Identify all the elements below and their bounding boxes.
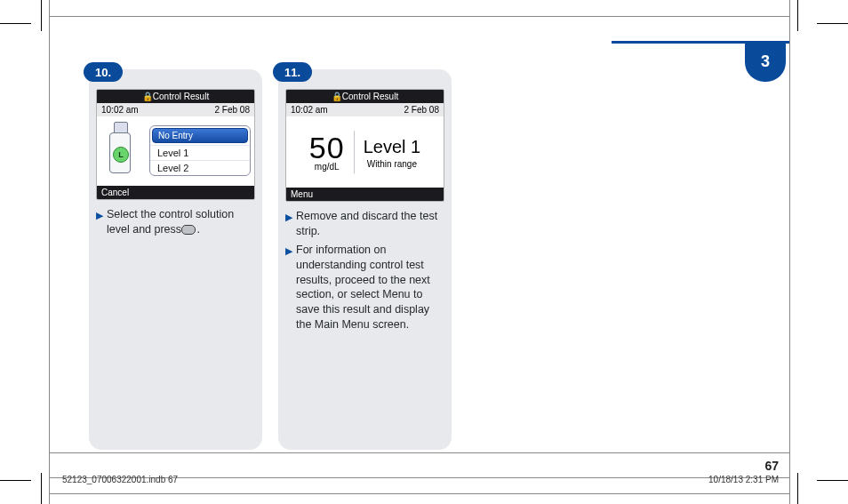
bullet-arrow-icon: ▶ — [285, 211, 292, 239]
level-menu-option-2: Level 2 — [150, 160, 250, 175]
step-badge: 10. — [84, 62, 123, 82]
crop-mark — [41, 0, 42, 31]
chapter-tab: 3 — [745, 41, 786, 82]
instruction-item: ▶ For information on understanding contr… — [285, 243, 444, 332]
screen-time: 10:02 am — [291, 105, 328, 115]
screen-titlebar: 🔒Control Result — [286, 90, 444, 103]
screen-date: 2 Feb 08 — [404, 105, 439, 115]
instruction-list: ▶ Remove and discard the test strip. ▶ F… — [285, 209, 444, 332]
instruction-item: ▶ Remove and discard the test strip. — [285, 209, 444, 239]
result-level: Level 1 — [364, 137, 421, 156]
result-unit: mg/dL — [309, 163, 345, 172]
bullet-arrow-icon: ▶ — [96, 209, 103, 237]
crop-mark — [817, 23, 848, 24]
footer-file: 52123_07006322001.indb 67 — [62, 475, 178, 484]
frame-line — [49, 452, 789, 453]
instruction-item: ▶ Select the control solution level and … — [96, 207, 255, 237]
screen-statusbar: 10:02 am 2 Feb 08 — [97, 103, 254, 116]
screen-softkey-left: Cancel — [97, 186, 254, 199]
screen-body: L No Entry Level 1 Level 2 — [97, 116, 254, 186]
crop-mark — [41, 473, 42, 504]
frame-line — [789, 0, 790, 504]
footer-datetime: 10/18/13 2:31 PM — [708, 475, 779, 484]
crop-mark — [0, 480, 31, 481]
step-card-10: 10. 🔒Control Result 10:02 am 2 Feb 08 L … — [89, 69, 262, 450]
screen-softkey-left: Menu — [286, 188, 444, 201]
crop-mark — [0, 23, 31, 24]
frame-line — [49, 493, 789, 494]
ok-button-icon — [181, 225, 196, 235]
page-number: 67 — [764, 459, 779, 473]
instruction-text-span: Select the control solution level and pr… — [107, 208, 234, 236]
result-level-block: Level 1 Within range — [364, 135, 421, 170]
result-value-block: 50 mg/dL — [309, 132, 345, 172]
device-screen: 🔒Control Result 10:02 am 2 Feb 08 50 mg/… — [285, 89, 444, 202]
bottle-letter: L — [113, 147, 129, 163]
step-badge: 11. — [273, 62, 312, 82]
level-menu-option-1: Level 1 — [150, 145, 250, 160]
device-screen: 🔒Control Result 10:02 am 2 Feb 08 L No E… — [96, 89, 255, 200]
result-value: 50 — [309, 131, 345, 164]
instruction-text: Remove and discard the test strip. — [296, 209, 444, 239]
bullet-arrow-icon: ▶ — [285, 244, 292, 332]
lock-icon: 🔒 — [332, 92, 342, 101]
print-footer: 52123_07006322001.indb 67 10/18/13 2:31 … — [62, 475, 779, 484]
screen-body: 50 mg/dL Level 1 Within range — [286, 116, 444, 188]
screen-titlebar: 🔒Control Result — [97, 90, 254, 103]
instruction-text: Select the control solution level and pr… — [107, 207, 255, 237]
lock-icon: 🔒 — [142, 92, 153, 101]
control-solution-bottle-icon: L — [108, 122, 132, 173]
instruction-list: ▶ Select the control solution level and … — [96, 207, 255, 237]
screen-date: 2 Feb 08 — [215, 105, 250, 115]
step-cards: 10. 🔒Control Result 10:02 am 2 Feb 08 L … — [89, 69, 452, 450]
page: 3 10. 🔒Control Result 10:02 am 2 Feb 08 … — [0, 0, 848, 504]
screen-title: Control Result — [153, 92, 209, 101]
screen-time: 10:02 am — [101, 105, 139, 115]
result-display: 50 mg/dL Level 1 Within range — [286, 116, 444, 188]
result-divider — [354, 131, 355, 173]
crop-mark — [817, 480, 848, 481]
crop-mark — [797, 473, 798, 504]
instruction-text: For information on understanding control… — [296, 243, 444, 332]
screen-title: Control Result — [342, 92, 398, 101]
frame-line — [49, 0, 50, 504]
step-card-11: 11. 🔒Control Result 10:02 am 2 Feb 08 50… — [278, 69, 452, 450]
crop-mark — [797, 0, 798, 31]
level-menu-selected: No Entry — [152, 128, 248, 143]
result-range: Within range — [364, 158, 421, 170]
screen-statusbar: 10:02 am 2 Feb 08 — [286, 103, 444, 116]
frame-line — [49, 16, 789, 17]
level-menu: No Entry Level 1 Level 2 — [149, 125, 251, 176]
